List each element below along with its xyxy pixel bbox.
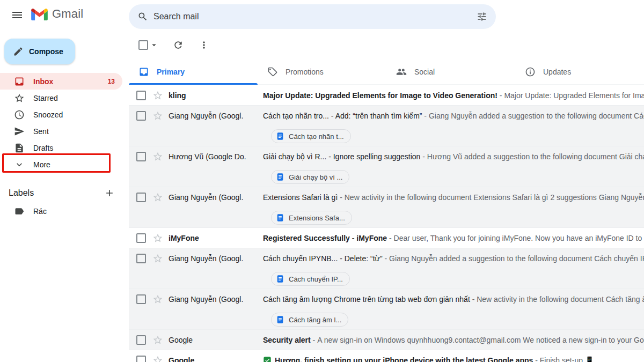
email-textline: Giải chạy bộ vì R... - Ignore spelling s… <box>263 152 644 161</box>
subject-snippet-separator: - <box>311 336 317 344</box>
star-icon <box>14 93 25 104</box>
attachment-row: Cách tạo nhãn t... <box>129 126 644 146</box>
email-textline: Registered Successfully - iMyFone - Dear… <box>263 234 644 242</box>
select-dropdown-icon[interactable] <box>149 40 159 50</box>
compose-label: Compose <box>29 47 63 56</box>
email-snippet: Giang Nguyễn added a suggestion to the f… <box>429 112 644 120</box>
gmail-logo: Gmail <box>31 7 83 21</box>
labels-title: Labels <box>9 188 34 198</box>
sidebar-labels-list: Rác <box>0 203 122 219</box>
green-check-icon <box>263 356 272 362</box>
email-checkbox[interactable] <box>136 356 146 362</box>
sidebar-item-label: Snoozed <box>33 110 115 119</box>
sidebar-item-drafts[interactable]: Drafts <box>0 139 122 156</box>
refresh-button[interactable] <box>167 34 189 56</box>
attachment-chip-label: Cách chuyển IP... <box>289 275 343 283</box>
draft-icon <box>14 143 25 153</box>
email-checkbox[interactable] <box>136 193 146 202</box>
search-options-button[interactable] <box>471 6 493 27</box>
create-label-button[interactable] <box>101 184 118 202</box>
email-row[interactable]: klingMajor Update: Upgraded Elements for… <box>129 85 644 106</box>
attachment-chip[interactable]: Cách tạo nhãn t... <box>271 129 351 143</box>
subject-snippet-separator: - <box>497 91 504 100</box>
email-checkbox[interactable] <box>136 152 146 161</box>
tab-promotions[interactable]: Promotions <box>258 59 386 84</box>
inbox-tab-icon <box>138 67 149 77</box>
email-list: klingMajor Update: Upgraded Elements for… <box>129 85 644 362</box>
email-row[interactable]: Giang Nguyễn (Googl.Cách chuyển IPYNB...… <box>129 248 644 289</box>
attachment-row: Extensions Safa... <box>129 208 644 228</box>
email-subject: Hương, finish setting up your iPhone dev… <box>275 356 533 362</box>
star-icon[interactable] <box>152 151 163 162</box>
email-snippet: Finish set-up 📱 <box>540 356 595 362</box>
select-all-checkbox[interactable] <box>138 40 148 50</box>
attachment-chip[interactable]: Giải chạy bộ vì ... <box>271 170 349 184</box>
sidebar-item-more[interactable]: More <box>0 156 122 173</box>
search-button[interactable] <box>132 6 153 27</box>
email-row[interactable]: Giang Nguyễn (Googl.Cách tăng âm lượng C… <box>129 289 644 330</box>
email-checkbox[interactable] <box>136 294 146 304</box>
attachment-chip[interactable]: Cách chuyển IP... <box>271 272 350 286</box>
attachment-chip[interactable]: Extensions Safa... <box>271 211 352 225</box>
email-sender: Hương Vũ (Google Do. <box>169 152 263 161</box>
email-textline: Security alert - A new sign-in on Window… <box>263 336 644 344</box>
subject-snippet-separator: - <box>420 152 427 161</box>
star-icon[interactable] <box>152 233 163 243</box>
subject-snippet-separator: - <box>383 254 389 263</box>
tab-social[interactable]: Social <box>386 59 515 84</box>
email-textline: Extensions Safari là gì - New activity i… <box>263 193 644 202</box>
main-menu-button[interactable] <box>6 4 28 26</box>
tab-primary[interactable]: Primary <box>129 59 258 84</box>
label-icon <box>14 206 25 217</box>
star-icon[interactable] <box>152 110 163 121</box>
email-checkbox[interactable] <box>136 91 146 100</box>
tab-updates[interactable]: Updates <box>515 59 644 84</box>
list-toolbar <box>129 34 644 56</box>
email-checkbox[interactable] <box>136 233 146 243</box>
gmail-logo-text: Gmail <box>52 7 83 21</box>
star-icon[interactable] <box>152 253 163 264</box>
star-icon[interactable] <box>152 335 163 345</box>
sidebar-item-starred[interactable]: Starred <box>0 90 122 106</box>
search-input[interactable] <box>153 12 471 21</box>
email-sender: Giang Nguyễn (Googl. <box>169 295 263 304</box>
clock-icon <box>14 109 25 120</box>
sidebar-item-inbox[interactable]: Inbox13 <box>0 73 122 90</box>
attachment-chip[interactable]: Cách tăng âm l... <box>271 313 348 327</box>
email-textline: Cách chuyển IPYNB... - Delete: “từ” - Gi… <box>263 254 644 263</box>
email-row[interactable]: Giang Nguyễn (Googl.Cách tạo nhãn tro...… <box>129 106 644 146</box>
email-row-main: klingMajor Update: Upgraded Elements for… <box>129 85 644 106</box>
email-row-main: Giang Nguyễn (Googl.Extensions Safari là… <box>129 187 644 208</box>
star-icon[interactable] <box>152 355 163 362</box>
more-options-button[interactable] <box>193 34 215 56</box>
star-icon[interactable] <box>152 294 163 305</box>
chevron-down-icon <box>14 159 25 170</box>
email-snippet: Giang Nguyễn added a suggestion to the f… <box>389 254 644 263</box>
email-subject: Cách tạo nhãn tro... - Add: “trên thanh … <box>263 112 422 120</box>
email-sender: kling <box>169 91 263 100</box>
email-row-main: GoogleHương, finish setting up your iPho… <box>129 350 644 362</box>
sidebar-label-r-c[interactable]: Rác <box>0 203 122 219</box>
attachment-row: Cách tăng âm l... <box>129 309 644 330</box>
email-row[interactable]: GoogleSecurity alert - A new sign-in on … <box>129 330 644 350</box>
email-textline: Hương, finish setting up your iPhone dev… <box>263 356 644 362</box>
email-row[interactable]: Hương Vũ (Google Do.Giải chạy bộ vì R...… <box>129 146 644 187</box>
email-sender: Google <box>169 336 263 344</box>
tag-tab-icon <box>267 67 278 77</box>
email-checkbox[interactable] <box>136 335 146 345</box>
sidebar-item-sent[interactable]: Sent <box>0 123 122 139</box>
attachment-row: Cách chuyển IP... <box>129 269 644 289</box>
email-subject: Cách chuyển IPYNB... - Delete: “từ” <box>263 254 383 263</box>
email-checkbox[interactable] <box>136 111 146 121</box>
email-row-main: GoogleSecurity alert - A new sign-in on … <box>129 330 644 350</box>
sidebar-item-snoozed[interactable]: Snoozed <box>0 106 122 123</box>
email-row[interactable]: GoogleHương, finish setting up your iPho… <box>129 350 644 362</box>
refresh-icon <box>173 40 184 50</box>
email-row[interactable]: Giang Nguyễn (Googl.Extensions Safari là… <box>129 187 644 228</box>
tab-label: Updates <box>543 68 571 76</box>
compose-button[interactable]: Compose <box>4 39 75 64</box>
email-checkbox[interactable] <box>136 254 146 263</box>
star-icon[interactable] <box>152 90 163 101</box>
star-icon[interactable] <box>152 192 163 203</box>
email-row[interactable]: iMyFoneRegistered Successfully - iMyFone… <box>129 228 644 248</box>
